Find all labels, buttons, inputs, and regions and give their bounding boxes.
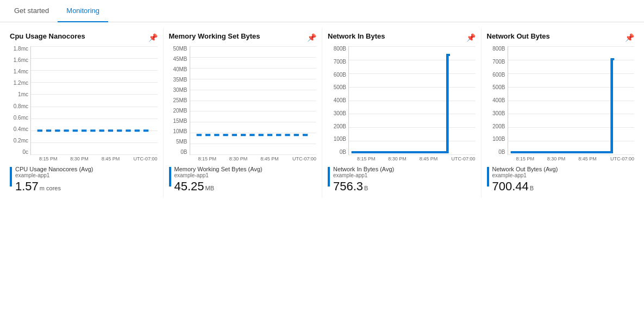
y-label: 0.4mc xyxy=(14,127,28,132)
legend-name: CPU Usage Nanocores (Avg) xyxy=(15,166,158,172)
y-label: 200B xyxy=(492,124,505,129)
y-label: 300B xyxy=(334,111,346,116)
legend-instance: example-app1 xyxy=(333,172,476,178)
tab-monitoring[interactable]: Monitoring xyxy=(58,0,108,22)
x-label: 8:45 PM xyxy=(254,156,285,161)
legend-memory: Memory Working Set Bytes (Avg)example-ap… xyxy=(169,166,317,194)
tab-get-started[interactable]: Get started xyxy=(5,0,58,22)
legend-instance: example-app1 xyxy=(492,172,635,178)
y-label: 200B xyxy=(334,124,346,129)
y-label: 30MB xyxy=(173,88,187,93)
y-axis-cpu: 1.8mc1.6mc1.4mc1.2mc1mc0.8mc0.6mc0.4mc0.… xyxy=(10,46,30,155)
charts-container: Cpu Usage Nanocores📌1.8mc1.6mc1.4mc1.2mc… xyxy=(0,22,644,203)
x-label: 8:15 PM xyxy=(33,156,64,161)
legend-value: 700.44 xyxy=(492,179,529,194)
x-axis-memory: 8:15 PM8:30 PM8:45 PMUTC-07:00 xyxy=(192,156,317,161)
y-label: 700B xyxy=(492,59,505,65)
legend-unit: m cores xyxy=(40,185,61,191)
chart-line-svg-cpu xyxy=(31,46,158,154)
y-label: 0.8mc xyxy=(14,104,28,109)
chart-plot-cpu xyxy=(30,46,158,155)
y-label: 800B xyxy=(334,46,346,52)
y-label: 1.6mc xyxy=(14,58,28,63)
legend-color-bar xyxy=(169,167,171,187)
x-label: 8:30 PM xyxy=(382,156,412,161)
legend-name: Memory Working Set Bytes (Avg) xyxy=(174,166,317,172)
y-label: 10MB xyxy=(173,129,187,134)
y-label: 400B xyxy=(492,98,505,103)
tabs-bar: Get startedMonitoring xyxy=(0,0,644,22)
chart-title-network-in: Network In Bytes xyxy=(328,32,385,41)
legend-unit: B xyxy=(530,185,534,191)
legend-color-bar xyxy=(10,167,12,187)
x-label: 8:15 PM xyxy=(351,156,382,161)
y-label: 100B xyxy=(334,136,346,142)
y-label: 0.6mc xyxy=(14,115,28,121)
x-label: 8:45 PM xyxy=(95,156,126,161)
grid-line xyxy=(31,154,158,155)
y-label: 300B xyxy=(492,111,505,116)
y-label: 0B xyxy=(180,150,187,155)
chart-panel-network-in: Network In Bytes📌800B700B600B500B400B300… xyxy=(322,28,482,198)
chart-panel-memory: Memory Working Set Bytes📌50MB45MB40MB35M… xyxy=(164,28,323,198)
y-label: 600B xyxy=(334,72,346,78)
chart-plot-network-out xyxy=(508,46,635,155)
x-label: 8:45 PM xyxy=(413,156,444,161)
legend-network-in: Network In Bytes (Avg)example-app1756.3B xyxy=(328,166,476,194)
legend-value: 1.57 xyxy=(15,179,39,194)
legend-name: Network In Bytes (Avg) xyxy=(333,166,476,172)
y-label: 50MB xyxy=(173,46,187,52)
legend-color-bar xyxy=(328,167,330,187)
chart-panel-cpu: Cpu Usage Nanocores📌1.8mc1.6mc1.4mc1.2mc… xyxy=(4,28,164,198)
y-label: 0B xyxy=(498,150,505,155)
x-axis-network-out: 8:15 PM8:30 PM8:45 PMUTC-07:00 xyxy=(510,156,635,161)
legend-unit: B xyxy=(364,185,368,191)
grid-line xyxy=(349,154,476,155)
chart-title-cpu: Cpu Usage Nanocores xyxy=(10,32,85,41)
y-label: 1.4mc xyxy=(14,69,28,74)
x-label: 8:15 PM xyxy=(510,156,541,161)
legend-color-bar xyxy=(487,167,489,187)
y-label: 600B xyxy=(492,72,505,78)
y-label: 5MB xyxy=(176,139,187,145)
legend-network-out: Network Out Bytes (Avg)example-app1700.4… xyxy=(487,166,635,194)
y-label: 35MB xyxy=(173,77,187,83)
chart-panel-network-out: Network Out Bytes📌800B700B600B500B400B30… xyxy=(482,28,640,198)
y-label: 15MB xyxy=(173,119,187,124)
y-label: 1mc xyxy=(18,92,28,97)
y-label: 700B xyxy=(334,59,346,65)
pin-icon-memory[interactable]: 📌 xyxy=(307,33,316,42)
y-label: 45MB xyxy=(173,57,187,62)
x-label: UTC-07:00 xyxy=(444,156,475,161)
pin-icon-network-out[interactable]: 📌 xyxy=(625,33,634,42)
legend-unit: MB xyxy=(205,185,215,191)
legend-value: 45.25 xyxy=(174,179,204,194)
y-axis-network-in: 800B700B600B500B400B300B200B100B0B xyxy=(328,46,348,155)
x-label: UTC-07:00 xyxy=(126,156,157,161)
y-label: 0.2mc xyxy=(14,138,28,144)
x-axis-cpu: 8:15 PM8:30 PM8:45 PMUTC-07:00 xyxy=(33,156,158,161)
y-label: 800B xyxy=(492,46,505,52)
y-axis-memory: 50MB45MB40MB35MB30MB25MB20MB15MB10MB5MB0… xyxy=(169,46,190,155)
x-label: 8:15 PM xyxy=(192,156,223,161)
y-label: 0c xyxy=(22,150,28,155)
y-axis-network-out: 800B700B600B500B400B300B200B100B0B xyxy=(487,46,508,155)
grid-line xyxy=(508,154,635,155)
x-label: 8:30 PM xyxy=(541,156,572,161)
x-label: 8:30 PM xyxy=(64,156,95,161)
pin-icon-cpu[interactable]: 📌 xyxy=(148,33,158,42)
y-label: 1.8mc xyxy=(14,46,28,52)
legend-instance: example-app1 xyxy=(174,172,317,178)
y-label: 500B xyxy=(492,85,505,90)
chart-plot-network-in xyxy=(348,46,476,155)
y-label: 0B xyxy=(340,150,346,155)
y-label: 40MB xyxy=(173,67,187,72)
legend-value: 756.3 xyxy=(333,179,363,194)
chart-line-svg-network-out xyxy=(508,46,635,154)
y-label: 20MB xyxy=(173,108,187,114)
chart-line-svg-network-in xyxy=(349,46,476,154)
chart-line-svg-memory xyxy=(190,46,317,154)
pin-icon-network-in[interactable]: 📌 xyxy=(466,33,476,42)
chart-title-network-out: Network Out Bytes xyxy=(487,32,550,41)
y-label: 25MB xyxy=(173,98,187,103)
